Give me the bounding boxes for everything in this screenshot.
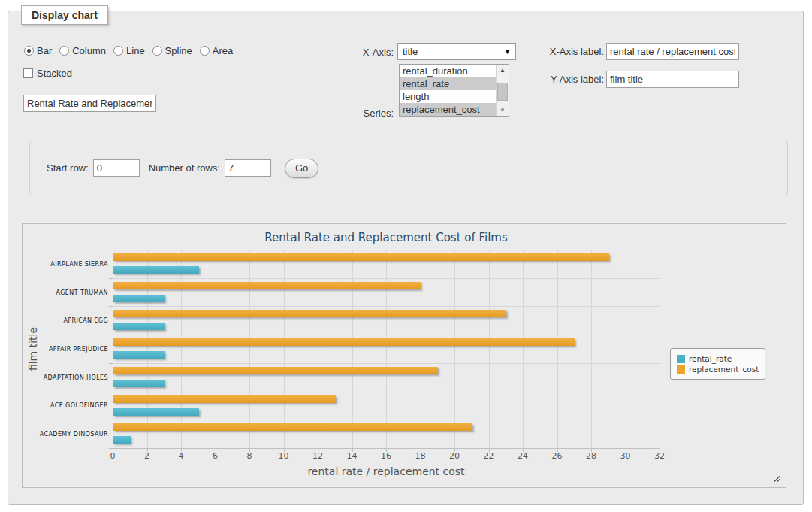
gridline [489, 250, 490, 448]
number-of-rows-label: Number of rows: [149, 162, 220, 174]
stacked-label: Stacked [37, 68, 72, 79]
x-axis-label-input[interactable] [606, 43, 739, 60]
y-axis-tick [109, 363, 113, 364]
chart-panel: Rental Rate and Replacement Cost of Film… [22, 223, 786, 488]
stacked-checkbox-row[interactable]: Stacked [23, 68, 72, 79]
x-tick-label: 30 [620, 451, 631, 461]
radio-line-icon[interactable] [113, 46, 123, 56]
radio-bar-icon[interactable] [24, 46, 34, 56]
rental_rate-bar [113, 408, 199, 416]
rental_rate-bar [113, 436, 131, 444]
gridline [318, 250, 318, 448]
x-tick-label: 24 [518, 451, 528, 461]
chart-title-input[interactable] [23, 95, 156, 112]
y-axis-tick [109, 335, 113, 335]
number-of-rows-input[interactable] [225, 159, 271, 177]
radio-column[interactable]: Column [59, 45, 106, 56]
replacement_cost-bar [113, 282, 421, 289]
legend-label: replacement_cost [689, 365, 759, 374]
series-scrollbar[interactable]: ▲ ▼ [496, 65, 509, 116]
replacement_cost-bar [113, 253, 609, 261]
rental_rate-bar [113, 380, 165, 387]
plot-area: AIRPLANE SIERRAAGENT TRUMANAFRICAN EGGAF… [113, 250, 660, 448]
chart-type-radio-group: Bar Column Line Spline Area [24, 43, 240, 58]
gridline [181, 250, 182, 448]
y-axis-title: film title [27, 327, 39, 371]
radio-area[interactable]: Area [200, 45, 233, 56]
series-option-rental_duration[interactable]: rental_duration [400, 65, 496, 77]
gridline [113, 335, 660, 335]
y-axis-label-input[interactable] [606, 71, 739, 88]
y-axis-line [113, 250, 113, 448]
radio-column-icon[interactable] [59, 46, 69, 56]
start-row-label: Start row: [47, 162, 89, 174]
y-axis-tick [109, 420, 113, 420]
gridline [113, 363, 660, 364]
rental_rate-bar [113, 266, 199, 274]
rental_rate-bar [113, 323, 165, 330]
scrollbar-thumb[interactable] [497, 83, 508, 101]
x-tick-label: 22 [484, 451, 494, 461]
x-tick-label: 4 [179, 451, 184, 461]
x-tick-label: 8 [247, 451, 252, 461]
x-tick-label: 20 [449, 451, 460, 461]
legend-item-rental_rate[interactable]: rental_rate [677, 354, 759, 363]
gridline [386, 250, 387, 448]
series-option-rental_rate[interactable]: rental_rate [400, 77, 496, 90]
x-tick-label: 0 [110, 451, 116, 461]
y-axis-tick [109, 278, 113, 279]
replacement_cost-bar [113, 338, 575, 346]
radio-spline-icon[interactable] [152, 46, 162, 56]
radio-spline[interactable]: Spline [152, 45, 192, 56]
gridline [626, 250, 626, 448]
radio-bar[interactable]: Bar [24, 45, 52, 56]
category-label: ACE GOLDFINGER [24, 402, 108, 409]
radio-line[interactable]: Line [113, 45, 145, 56]
x-tick-label: 16 [381, 451, 391, 461]
series-select-label: Series: [312, 108, 394, 119]
chart-legend: rental_ratereplacement_cost [670, 348, 765, 380]
gridline [421, 250, 421, 448]
go-button[interactable]: Go [285, 159, 318, 178]
series-listbox[interactable]: rental_durationrental_ratelengthreplacem… [399, 64, 509, 117]
y-axis-tick [109, 306, 113, 307]
y-axis-tick [109, 392, 113, 392]
go-button-label: Go [295, 162, 308, 174]
category-label: AFRICAN EGG [24, 317, 108, 324]
x-tick-label: 10 [279, 451, 289, 461]
radio-spline-label: Spline [165, 45, 192, 56]
gridline [113, 278, 660, 279]
radio-bar-label: Bar [37, 45, 52, 56]
start-row-input[interactable] [93, 159, 140, 177]
gridline [113, 420, 660, 420]
gridline [216, 250, 216, 448]
series-option-replacement_cost[interactable]: replacement_cost [400, 103, 496, 116]
radio-column-label: Column [72, 45, 106, 56]
rental_rate-bar [113, 351, 165, 359]
x-tick-label: 32 [654, 451, 665, 461]
row-range-panel: Start row: Number of rows: Go [29, 141, 788, 195]
x-tick-label: 6 [213, 451, 218, 461]
resize-grip-icon[interactable] [772, 474, 780, 482]
series-options: rental_durationrental_ratelengthreplacem… [400, 65, 496, 116]
gridline [660, 250, 660, 448]
x-tick-label: 28 [586, 451, 596, 461]
gridline [113, 392, 660, 392]
x-tick-label: 18 [415, 451, 426, 461]
series-option-length[interactable]: length [400, 90, 496, 103]
gridline [113, 250, 660, 250]
legend-item-replacement_cost[interactable]: replacement_cost [677, 365, 759, 374]
replacement_cost-swatch-icon [677, 365, 685, 374]
x-axis-selected-value: title [403, 46, 504, 57]
scroll-down-icon[interactable]: ▼ [497, 105, 509, 116]
stacked-checkbox[interactable] [23, 68, 33, 78]
gridline [284, 250, 285, 448]
x-tick-label: 2 [144, 451, 149, 461]
category-label: AIRPLANE SIERRA [24, 261, 108, 268]
radio-area-icon[interactable] [200, 46, 210, 56]
gridline [147, 250, 148, 448]
fieldset-legend: Display chart [21, 5, 108, 25]
gridline [454, 250, 455, 448]
chart-title: Rental Rate and Replacement Cost of Film… [113, 231, 660, 244]
y-axis-tick [109, 250, 113, 250]
